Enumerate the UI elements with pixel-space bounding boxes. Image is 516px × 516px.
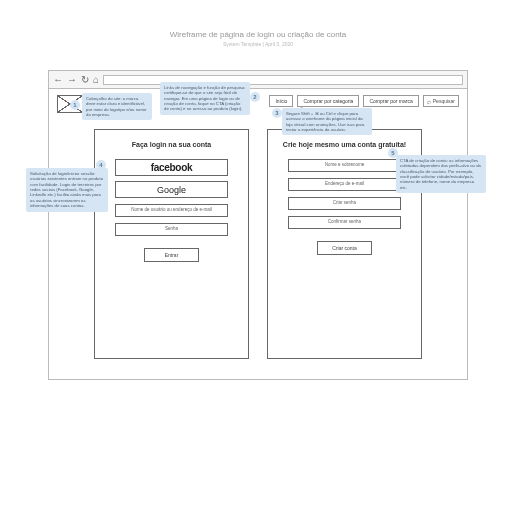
create-password-field[interactable]: Criar senha: [288, 197, 401, 210]
annotation-5: CTA de criação de conta: as informações …: [396, 155, 486, 193]
page-title: Wireframe de página de login ou criação …: [0, 30, 516, 39]
login-panel: Faça login na sua conta facebook Google …: [94, 129, 249, 359]
annotation-num-2: 2: [250, 92, 260, 102]
annotation-num-1: 1: [70, 100, 80, 110]
search-icon: ⌕: [427, 98, 431, 105]
address-bar[interactable]: [103, 75, 463, 85]
google-logo: Google: [157, 185, 186, 195]
page-subtitle: System Template | April 3, 2020: [0, 41, 516, 47]
password-field[interactable]: Senha: [115, 223, 228, 236]
email-field[interactable]: Endereço de e-mail: [288, 178, 401, 191]
annotation-num-3: 3: [272, 108, 282, 118]
nav-home[interactable]: Início: [269, 95, 293, 107]
annotation-1: Cabeçalho do site: a marca deve estar cl…: [82, 93, 152, 120]
annotation-4: Solicitação de login/iniciar sessão: usu…: [26, 168, 108, 212]
confirm-password-field[interactable]: Confirmar senha: [288, 216, 401, 229]
nav-brand[interactable]: Comprar por marca: [363, 95, 418, 107]
browser-toolbar: ← → ↻ ⌂: [49, 71, 467, 89]
search-label: Pesquisar: [433, 98, 455, 104]
signup-heading: Crie hoje mesmo uma conta gratuita!: [282, 140, 407, 149]
login-heading: Faça login na sua conta: [109, 140, 234, 149]
signup-submit-button[interactable]: Criar conta: [317, 241, 372, 255]
facebook-logo: facebook: [151, 162, 193, 173]
page-content: Início Comprar por categoria Comprar por…: [49, 89, 467, 379]
nav-bar: Início Comprar por categoria Comprar por…: [269, 95, 459, 107]
forward-icon[interactable]: →: [67, 75, 77, 85]
reload-icon[interactable]: ↻: [81, 75, 89, 85]
nav-search[interactable]: ⌕ Pesquisar: [423, 95, 459, 107]
name-field[interactable]: Nome e sobrenome: [288, 159, 401, 172]
home-icon[interactable]: ⌂: [93, 75, 99, 85]
back-icon[interactable]: ←: [53, 75, 63, 85]
google-login-button[interactable]: Google: [115, 181, 228, 198]
login-submit-button[interactable]: Entrar: [144, 248, 199, 262]
facebook-login-button[interactable]: facebook: [115, 159, 228, 176]
username-field[interactable]: Nome de usuário ou endereço de e-mail: [115, 204, 228, 217]
annotation-2: Links de navegação e função de pesquisa:…: [160, 82, 250, 115]
annotation-3: Segure Shift + ⌘ ou Ctrl e clique para a…: [282, 108, 372, 135]
